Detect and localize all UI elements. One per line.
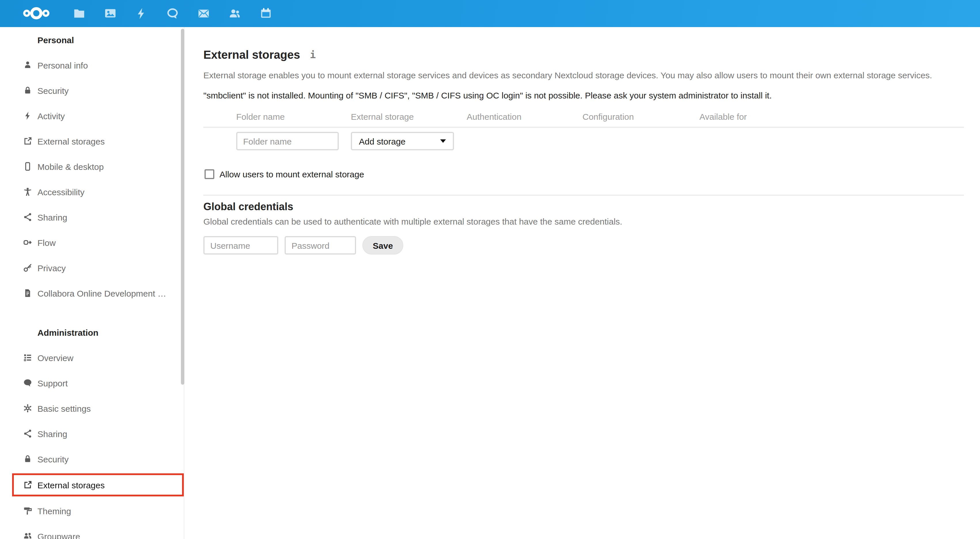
new-storage-row: Add storage: [204, 132, 964, 150]
col-authentication: Authentication: [467, 112, 582, 121]
section-divider: [204, 195, 964, 196]
talk-bubble-icon[interactable]: [157, 0, 188, 27]
sidebar-item-label: External storages: [37, 480, 105, 490]
allow-user-mount-row: Allow users to mount external storage: [205, 169, 964, 179]
top-bar: N: [0, 0, 980, 27]
sidebar-item-label: Privacy: [37, 263, 66, 273]
sidebar-item-overview[interactable]: Overview: [0, 345, 184, 370]
bolt-icon: [23, 111, 32, 120]
sidebar-item-label: Security: [37, 86, 68, 95]
username-input[interactable]: [204, 236, 278, 254]
lock-icon: [23, 454, 32, 464]
folder-name-input[interactable]: [236, 132, 339, 150]
chevron-down-icon: [440, 139, 446, 143]
key-icon: [23, 263, 32, 272]
sidebar-item-label: Collabora Online Development Edit...: [37, 288, 167, 298]
calendar-icon[interactable]: [250, 0, 281, 27]
add-storage-select-value: Add storage: [359, 136, 406, 146]
sidebar-item-flow[interactable]: Flow: [0, 230, 184, 255]
sidebar-item-label: Support: [37, 378, 68, 388]
sidebar-item-sharing-admin[interactable]: Sharing: [0, 421, 184, 446]
table-header-row: Folder name External storage Authenticat…: [204, 112, 964, 128]
sidebar-item-label: External storages: [37, 136, 105, 146]
page-title: External storages: [204, 48, 300, 62]
document-icon: [23, 288, 32, 298]
mobile-icon: [23, 162, 32, 171]
sidebar-item-accessibility[interactable]: Accessibility: [0, 179, 184, 204]
sidebar-item-theming[interactable]: Theming: [0, 498, 184, 523]
sidebar-item-privacy[interactable]: Privacy: [0, 255, 184, 280]
nextcloud-logo[interactable]: [22, 6, 50, 21]
group-icon: [23, 531, 32, 539]
external-link-icon: [23, 137, 32, 146]
save-button[interactable]: Save: [363, 236, 403, 254]
sidebar-item-external-storages-personal[interactable]: External storages: [0, 129, 184, 154]
allow-user-mount-checkbox[interactable]: [205, 169, 214, 179]
sidebar-scrollbar[interactable]: [181, 29, 185, 385]
external-storages-settings: External storages i External storage ena…: [185, 27, 980, 539]
sidebar-item-groupware[interactable]: Groupware: [0, 523, 184, 539]
global-credentials-title: Global credentials: [204, 200, 964, 213]
external-storages-table: Folder name External storage Authenticat…: [204, 112, 964, 150]
gear-icon: [23, 404, 32, 413]
sidebar-item-personal-info[interactable]: Personal info: [0, 52, 184, 78]
sidebar-item-support[interactable]: Support: [0, 370, 184, 396]
col-configuration: Configuration: [582, 112, 699, 121]
sidebar-item-label: Security: [37, 454, 68, 464]
settings-sidebar: Personal Personal info Security Activity…: [0, 27, 185, 539]
sidebar-item-label: Accessibility: [37, 187, 84, 197]
photos-icon[interactable]: [94, 0, 126, 27]
activity-bolt-icon[interactable]: [126, 0, 157, 27]
sidebar-item-label: Basic settings: [37, 403, 91, 413]
sidebar-item-label: Personal info: [37, 60, 88, 70]
sidebar-item-mobile-desktop[interactable]: Mobile & desktop: [0, 154, 184, 179]
section-personal: Personal: [0, 27, 184, 52]
col-folder-name: Folder name: [236, 112, 351, 121]
user-icon: [23, 60, 32, 70]
intro-text: External storage enables you to mount ex…: [204, 70, 964, 81]
sidebar-item-label: Flow: [37, 237, 56, 247]
sidebar-item-sharing-personal[interactable]: Sharing: [0, 204, 184, 230]
global-credentials-form: Save: [204, 236, 964, 254]
files-folder-icon[interactable]: [64, 0, 94, 27]
accessibility-icon: [23, 187, 32, 196]
sidebar-item-security-admin[interactable]: Security: [0, 446, 184, 472]
info-icon[interactable]: i: [310, 49, 316, 60]
sidebar-item-label: Theming: [37, 506, 71, 516]
sidebar-item-label: Sharing: [37, 429, 67, 439]
allow-user-mount-label[interactable]: Allow users to mount external storage: [220, 169, 364, 179]
share-icon: [23, 213, 32, 222]
app-launcher: [64, 0, 281, 27]
sidebar-item-activity[interactable]: Activity: [0, 103, 184, 129]
sidebar-item-label: Overview: [37, 353, 73, 363]
col-external-storage: External storage: [351, 112, 467, 121]
contacts-people-icon[interactable]: [219, 0, 250, 27]
sidebar-item-label: Activity: [37, 111, 65, 121]
smbclient-warning-text: "smbclient" is not installed. Mounting o…: [204, 90, 964, 101]
global-credentials-description: Global credentials can be used to authen…: [204, 216, 964, 227]
nextcloud-settings-page: N Personal Personal info Security Activi…: [0, 0, 980, 539]
sidebar-item-label: Sharing: [37, 212, 67, 222]
lock-icon: [23, 86, 32, 95]
share-icon: [23, 429, 32, 438]
sidebar-item-collabora[interactable]: Collabora Online Development Edit...: [0, 280, 184, 306]
sidebar-item-label: Groupware: [37, 531, 80, 539]
section-administration: Administration: [0, 320, 184, 345]
flow-icon: [23, 238, 32, 247]
sidebar-item-security-personal[interactable]: Security: [0, 78, 184, 103]
list-icon: [23, 353, 32, 362]
chat-icon: [23, 378, 32, 388]
mail-envelope-icon[interactable]: [188, 0, 219, 27]
sidebar-item-external-storages-admin[interactable]: External storages: [12, 473, 184, 496]
paint-roller-icon: [23, 506, 32, 515]
sidebar-item-basic-settings[interactable]: Basic settings: [0, 396, 184, 421]
external-link-icon: [23, 480, 32, 490]
col-available-for: Available for: [699, 112, 964, 121]
add-storage-select[interactable]: Add storage: [351, 132, 454, 150]
sidebar-item-label: Mobile & desktop: [37, 162, 104, 171]
password-input[interactable]: [285, 236, 356, 254]
